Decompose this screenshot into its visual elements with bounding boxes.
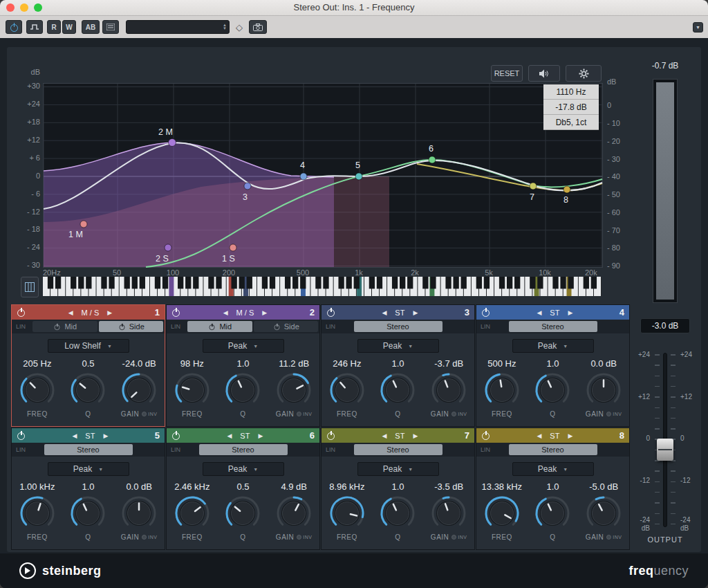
output-fader-handle[interactable] (657, 439, 673, 461)
eq-point-6[interactable] (429, 156, 436, 163)
filter-type-select[interactable]: Peak▼ (512, 339, 594, 353)
freq-value[interactable]: 98 Hz (167, 358, 218, 371)
eq-point-5[interactable] (355, 173, 362, 180)
gain-value[interactable]: 0.0 dB (578, 358, 629, 371)
eq-curve-display[interactable]: 1 M 2 M 2 S 1 S 3 4 5 6 7 8 (43, 83, 603, 268)
q-value[interactable]: 1.0 (373, 358, 424, 371)
q-knob[interactable] (69, 495, 106, 532)
close-button[interactable] (6, 3, 15, 12)
band-power-button[interactable] (171, 431, 180, 440)
gain-knob[interactable] (120, 495, 158, 532)
prev-mode-arrow[interactable]: ◀ (227, 432, 232, 439)
tab-stereo[interactable]: Stereo (509, 444, 597, 455)
next-mode-arrow[interactable]: ▶ (413, 432, 418, 439)
zoom-button[interactable] (34, 3, 42, 12)
q-value[interactable]: 1.0 (63, 481, 114, 494)
band-mode-label[interactable]: M / S (82, 309, 100, 317)
write-automation-button[interactable]: W (62, 20, 76, 34)
tab-stereo[interactable]: Stereo (199, 444, 288, 455)
next-mode-arrow[interactable]: ▶ (103, 432, 108, 439)
gain-value[interactable]: -24.0 dB (113, 358, 165, 371)
freq-value[interactable]: 13.38 kHz (476, 481, 528, 494)
prev-mode-arrow[interactable]: ◀ (382, 309, 386, 316)
preset-diamond-icon[interactable]: ◇ (236, 22, 243, 33)
filter-type-select[interactable]: Peak▼ (512, 462, 594, 476)
invert-button[interactable]: INV (142, 412, 157, 416)
next-mode-arrow[interactable]: ▶ (568, 309, 572, 316)
preset-menu-button[interactable] (102, 20, 119, 34)
window-titlebar[interactable]: Stereo Out: Ins. 1 - Frequency (0, 0, 708, 16)
freq-value[interactable]: 8.96 kHz (322, 481, 373, 494)
q-knob[interactable] (224, 495, 261, 532)
band-power-button[interactable] (171, 308, 180, 317)
eq-point-2s[interactable] (165, 244, 171, 251)
filter-type-select[interactable]: Low Shelf▼ (48, 339, 129, 353)
next-mode-arrow[interactable]: ▶ (258, 432, 263, 439)
gain-knob[interactable] (275, 495, 313, 532)
invert-button[interactable]: INV (451, 412, 467, 416)
q-value[interactable]: 0.5 (63, 358, 114, 371)
freq-knob[interactable] (174, 495, 211, 532)
invert-button[interactable]: INV (606, 535, 622, 540)
reset-button[interactable]: RESET (491, 65, 523, 82)
invert-button[interactable]: INV (297, 535, 312, 540)
gain-value[interactable]: -3.7 dB (423, 358, 474, 371)
gain-knob[interactable] (430, 495, 467, 532)
band-power-button[interactable] (17, 431, 26, 440)
freq-value[interactable]: 205 Hz (12, 358, 63, 371)
eq-point-1m[interactable] (80, 221, 87, 228)
band-mode-label[interactable]: ST (550, 309, 559, 317)
next-mode-arrow[interactable]: ▶ (262, 309, 267, 316)
next-mode-arrow[interactable]: ▶ (413, 309, 418, 316)
q-knob[interactable] (534, 371, 571, 409)
tab-mid[interactable]: Mid (32, 321, 97, 332)
insert-bypass-button[interactable] (26, 20, 43, 34)
prev-mode-arrow[interactable]: ◀ (382, 432, 386, 439)
prev-mode-arrow[interactable]: ◀ (223, 309, 228, 316)
gain-knob[interactable] (430, 371, 467, 409)
gain-knob[interactable] (275, 371, 313, 409)
freq-knob[interactable] (483, 495, 521, 532)
filter-type-select[interactable]: Peak▼ (357, 462, 439, 476)
bypass-button[interactable] (6, 20, 22, 34)
eq-point-4[interactable] (300, 173, 307, 180)
q-value[interactable]: 1.0 (528, 481, 579, 494)
read-automation-button[interactable]: R (47, 20, 61, 34)
band-power-button[interactable] (326, 431, 335, 440)
band-power-button[interactable] (481, 431, 490, 440)
minimize-button[interactable] (20, 3, 28, 12)
invert-button[interactable]: INV (142, 535, 157, 540)
invert-button[interactable]: INV (451, 535, 467, 540)
gain-value[interactable]: -3.5 dB (423, 481, 474, 494)
freq-value[interactable]: 500 Hz (476, 358, 528, 371)
invert-button[interactable]: INV (606, 412, 622, 416)
next-mode-arrow[interactable]: ▶ (568, 432, 572, 439)
next-mode-arrow[interactable]: ▶ (107, 309, 112, 316)
tab-side[interactable]: Side (99, 321, 164, 332)
freq-knob[interactable] (328, 371, 366, 409)
keyboard-toggle-button[interactable] (21, 277, 39, 297)
q-value[interactable]: 1.0 (373, 481, 424, 494)
ab-compare-button[interactable]: AB (82, 20, 100, 34)
eq-point-1s[interactable] (230, 244, 236, 251)
q-knob[interactable] (379, 371, 416, 409)
gain-knob[interactable] (585, 371, 622, 409)
window-options-button[interactable]: ▼ (693, 22, 703, 33)
listen-button[interactable] (528, 65, 560, 82)
band-mode-label[interactable]: ST (85, 432, 95, 440)
tab-side[interactable]: Side (254, 321, 319, 332)
eq-point-8[interactable] (563, 186, 570, 193)
freq-knob[interactable] (19, 495, 56, 532)
freq-value[interactable]: 2.46 kHz (167, 481, 218, 494)
freq-value[interactable]: 1.00 kHz (12, 481, 63, 494)
gain-value[interactable]: 11.2 dB (268, 358, 319, 371)
filter-type-select[interactable]: Peak▼ (48, 462, 129, 476)
gain-value[interactable]: 0.0 dB (113, 481, 165, 494)
eq-point-3[interactable] (244, 183, 251, 190)
band-power-button[interactable] (481, 308, 490, 317)
q-value[interactable]: 1.0 (528, 358, 579, 371)
tab-stereo[interactable]: Stereo (354, 444, 442, 455)
eq-point-2m[interactable] (169, 139, 176, 147)
filter-type-select[interactable]: Peak▼ (203, 462, 284, 476)
q-value[interactable]: 0.5 (218, 481, 269, 494)
